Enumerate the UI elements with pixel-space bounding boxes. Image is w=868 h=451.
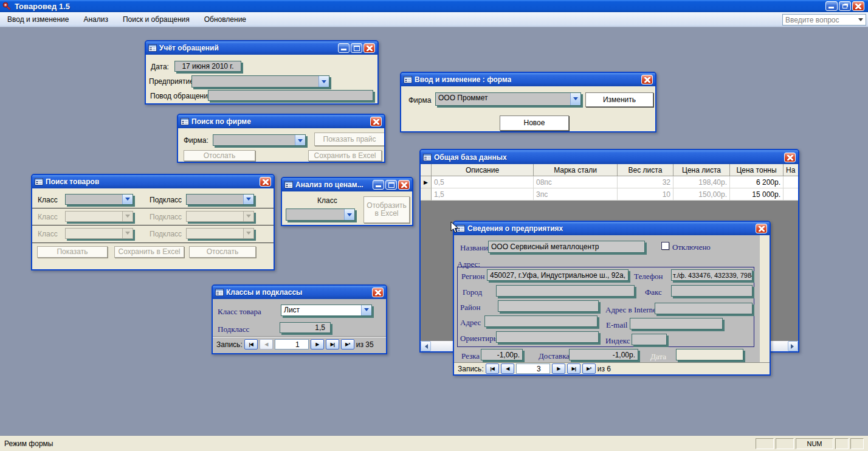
subclass-combobox-2[interactable] (186, 211, 254, 222)
next-record-button[interactable]: ▶ (311, 339, 324, 349)
internet-field[interactable] (655, 303, 753, 314)
vvod-close-button[interactable] (641, 75, 653, 84)
poisk-firma-titlebar[interactable]: Поиск по фирме (178, 115, 384, 128)
district-field[interactable] (498, 300, 599, 312)
menu-analiz[interactable]: Анализ (76, 12, 115, 27)
row-selector-header[interactable] (421, 164, 432, 176)
edit-button[interactable]: Изменить (585, 92, 653, 107)
cell-extra[interactable] (784, 188, 798, 201)
scroll-left-icon[interactable] (421, 341, 431, 351)
column-header[interactable]: Описание (432, 164, 534, 176)
cell-opisanie[interactable]: 0,5 (432, 176, 534, 188)
send-button[interactable]: Отослать (184, 150, 255, 161)
sved-close-button[interactable] (756, 224, 767, 233)
uchet-close-button[interactable] (363, 43, 375, 53)
region-field[interactable]: 450027, г.Уфа, Индустриальное ш., 92а, Ч… (487, 269, 629, 281)
subclass-combobox-1[interactable] (186, 194, 254, 205)
cell-ves[interactable]: 10 (618, 188, 673, 201)
last-record-button[interactable]: ▶| (326, 339, 339, 349)
class-tovara-combobox[interactable]: Лист (281, 305, 372, 316)
menu-poisk-i-obrashcheniya[interactable]: Поиск и обращения (115, 12, 197, 27)
database-titlebar[interactable]: Общая база данных (421, 150, 798, 164)
phone-field[interactable]: т./ф. 433476, 432339, 798406 (671, 269, 753, 281)
chevron-down-icon[interactable] (319, 76, 329, 87)
subclass-combobox-3[interactable] (186, 228, 254, 239)
poisk-tovarov-titlebar[interactable]: Поиск товаров (32, 175, 274, 188)
analiz-maximize-button[interactable] (385, 180, 397, 190)
city-field[interactable] (496, 285, 635, 297)
fax-field[interactable] (671, 285, 753, 297)
uchet-maximize-button[interactable] (351, 43, 362, 53)
save-excel-button[interactable]: Сохранить в Excel (308, 150, 382, 161)
class-combobox-3[interactable] (65, 228, 133, 239)
analiz-close-button[interactable] (398, 180, 410, 190)
chevron-down-icon[interactable] (361, 305, 371, 315)
show-price-button[interactable]: Показать прайс (314, 133, 384, 146)
column-header[interactable]: Цена листа (673, 164, 730, 176)
cell-extra[interactable] (784, 176, 798, 188)
record-number-input[interactable]: 1 (275, 339, 309, 349)
chevron-down-icon[interactable] (858, 18, 863, 24)
poisk-tovarov-close-button[interactable] (260, 177, 271, 187)
minimize-button[interactable] (825, 1, 838, 11)
cell-cena-tonny[interactable]: 6 200р. (730, 176, 784, 188)
display-excel-button[interactable]: Отобразить в Excel (363, 196, 410, 223)
analiz-minimize-button[interactable] (373, 180, 384, 190)
save-excel-button[interactable]: Сохранить в Excel (114, 246, 184, 258)
index-field[interactable] (632, 334, 667, 345)
date-field[interactable]: 17 июня 2010 г. (174, 61, 241, 72)
uchet-titlebar[interactable]: Учёт обращений (146, 41, 377, 55)
cell-cena-tonny[interactable]: 15 000р. (730, 188, 784, 201)
firm-combobox[interactable]: ООО Проммет (435, 92, 581, 106)
enterprise-combobox[interactable] (191, 75, 329, 88)
column-header[interactable]: Вес листа (618, 164, 673, 176)
new-button[interactable]: Новое (500, 115, 569, 131)
klassy-close-button[interactable] (372, 287, 384, 297)
column-header[interactable]: Марка стали (534, 164, 618, 176)
cell-cena-lista[interactable]: 150,00р. (673, 188, 730, 201)
first-record-button[interactable]: |◀ (244, 339, 258, 349)
cutting-field[interactable]: -1,00р. (481, 349, 523, 360)
sved-titlebar[interactable]: Сведения о предприятиях (454, 222, 770, 235)
chevron-down-icon[interactable] (570, 93, 580, 105)
cell-opisanie[interactable]: 1,5 (432, 188, 534, 201)
send-button[interactable]: Отослать (189, 246, 256, 258)
cell-cena-lista[interactable]: 198,40р. (673, 176, 730, 188)
firm-combobox[interactable] (213, 134, 306, 146)
subclass-field[interactable]: 1,5 (280, 322, 331, 333)
klassy-titlebar[interactable]: Классы и подклассы (213, 286, 386, 299)
scroll-right-icon[interactable] (788, 341, 798, 351)
record-number-input[interactable]: 3 (516, 363, 550, 374)
chevron-down-icon[interactable] (344, 209, 354, 220)
cell-ves[interactable]: 32 (618, 176, 673, 188)
help-question-input[interactable]: Введите вопрос (782, 14, 866, 26)
column-header[interactable]: Цена тонны (730, 164, 784, 176)
previous-record-button[interactable]: ◀ (501, 363, 514, 374)
date-field[interactable] (676, 349, 743, 360)
previous-record-button[interactable]: ◀ (260, 339, 273, 349)
poisk-firma-close-button[interactable] (370, 117, 382, 126)
menu-obnovlenie[interactable]: Обновление (197, 12, 253, 27)
name-field[interactable]: ООО Сервисный металлоцентр (488, 241, 645, 253)
analiz-titlebar[interactable]: Анализ по ценам... (282, 178, 412, 191)
chevron-down-icon[interactable] (295, 135, 305, 145)
delivery-field[interactable]: -1,00р. (569, 349, 638, 360)
close-button[interactable] (852, 1, 864, 11)
cell-marka[interactable]: 3пс (534, 188, 618, 201)
email-field[interactable] (630, 318, 723, 329)
addr-field[interactable] (484, 315, 598, 327)
table-row[interactable]: ▶ 0,5 08пс 32 198,40р. 6 200р. (421, 176, 798, 188)
class-combobox[interactable] (286, 208, 355, 221)
new-record-button[interactable]: ▶* (341, 339, 354, 349)
restore-button[interactable] (839, 1, 851, 11)
first-record-button[interactable]: |◀ (486, 363, 499, 374)
chevron-down-icon[interactable] (122, 195, 133, 204)
next-record-button[interactable]: ▶ (552, 363, 565, 374)
last-record-button[interactable]: ▶| (567, 363, 580, 374)
vvod-titlebar[interactable]: Ввод и изменение : форма (401, 73, 655, 86)
uchet-minimize-button[interactable] (338, 43, 350, 53)
menu-vvod-i-izmenenie[interactable]: Ввод и изменение (0, 12, 76, 27)
new-record-button[interactable]: ▶* (582, 363, 596, 374)
chevron-down-icon[interactable] (243, 195, 253, 204)
cell-marka[interactable]: 08пс (534, 176, 618, 188)
